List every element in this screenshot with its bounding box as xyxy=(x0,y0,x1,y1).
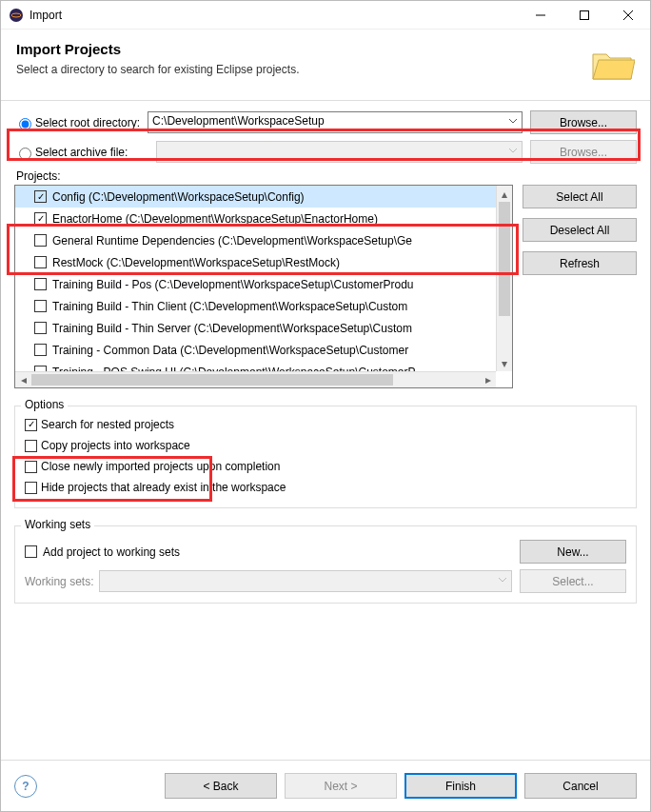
scroll-up-icon[interactable]: ▴ xyxy=(497,186,512,202)
svg-rect-3 xyxy=(581,10,589,19)
project-checkbox[interactable] xyxy=(34,256,47,268)
scroll-right-icon[interactable]: ▸ xyxy=(480,372,496,387)
scroll-thumb[interactable] xyxy=(499,202,510,316)
project-label: Training Build - Thin Client (C:\Develop… xyxy=(52,300,407,313)
root-directory-radio[interactable]: Select root directory: xyxy=(14,115,140,130)
scroll-thumb[interactable] xyxy=(31,374,393,386)
maximize-button[interactable] xyxy=(562,1,606,30)
minimize-button[interactable] xyxy=(519,1,562,30)
project-row[interactable]: RestMock (C:\Development\WorkspaceSetup\… xyxy=(15,251,496,273)
project-label: General Runtime Dependencies (C:\Develop… xyxy=(52,234,412,248)
projects-listbox[interactable]: Config (C:\Development\WorkspaceSetup\Co… xyxy=(14,185,513,388)
project-label: EnactorHome (C:\Development\WorkspaceSet… xyxy=(52,212,378,226)
project-checkbox[interactable] xyxy=(34,190,47,203)
working-sets-field xyxy=(99,570,512,592)
new-working-set-button[interactable]: New... xyxy=(520,540,626,564)
chevron-down-icon[interactable] xyxy=(508,116,518,126)
checkbox-icon[interactable] xyxy=(25,482,37,494)
search-nested-checkbox[interactable]: Search for nested projects xyxy=(25,414,626,435)
project-checkbox[interactable] xyxy=(34,344,47,356)
project-checkbox[interactable] xyxy=(34,322,47,334)
browse-archive-button: Browse... xyxy=(530,140,637,164)
eclipse-icon xyxy=(9,8,24,23)
projects-label: Projects: xyxy=(16,169,637,183)
help-button[interactable]: ? xyxy=(14,775,37,798)
import-folder-icon xyxy=(589,41,635,87)
project-label: RestMock (C:\Development\WorkspaceSetup\… xyxy=(52,256,340,269)
project-checkbox[interactable] xyxy=(34,212,47,225)
close-newly-imported-checkbox[interactable]: Close newly imported projects upon compl… xyxy=(25,456,626,477)
root-directory-value: C:\Development\WorkspaceSetup xyxy=(152,114,325,128)
project-row[interactable]: Training Build - Thin Client (C:\Develop… xyxy=(15,295,496,317)
working-sets-group: Working sets Add project to working sets… xyxy=(14,525,637,604)
project-label: Training - Common Data (C:\Development\W… xyxy=(52,344,408,357)
root-directory-field[interactable]: C:\Development\WorkspaceSetup xyxy=(148,111,523,133)
add-to-working-sets-checkbox[interactable] xyxy=(25,545,37,558)
root-directory-label: Select root directory: xyxy=(35,116,140,129)
page-subtitle: Select a directory to search for existin… xyxy=(16,63,299,76)
add-to-working-sets-label: Add project to working sets xyxy=(43,545,512,559)
project-row[interactable]: General Runtime Dependencies (C:\Develop… xyxy=(15,229,496,251)
project-label: Config (C:\Development\WorkspaceSetup\Co… xyxy=(52,190,305,204)
archive-file-radio-input[interactable] xyxy=(19,148,31,160)
checkbox-icon[interactable] xyxy=(25,419,37,431)
options-legend: Options xyxy=(21,398,68,411)
scroll-down-icon[interactable]: ▾ xyxy=(497,355,512,371)
close-button[interactable] xyxy=(606,1,650,30)
project-checkbox[interactable] xyxy=(34,278,47,290)
checkbox-icon[interactable] xyxy=(25,440,37,452)
project-label: Training Build - Pos (C:\Development\Wor… xyxy=(52,278,414,291)
cancel-button[interactable]: Cancel xyxy=(524,773,637,799)
working-sets-label: Working sets: xyxy=(25,575,93,588)
archive-file-radio[interactable]: Select archive file: xyxy=(14,145,128,160)
checkbox-icon[interactable] xyxy=(25,461,37,473)
project-row[interactable]: Training - POS Swing UI (C:\Development\… xyxy=(15,361,496,371)
project-row[interactable]: EnactorHome (C:\Development\WorkspaceSet… xyxy=(15,208,496,229)
project-label: Training Build - Thin Server (C:\Develop… xyxy=(52,322,412,335)
hide-existing-label: Hide projects that already exist in the … xyxy=(41,481,286,494)
finish-button[interactable]: Finish xyxy=(404,773,517,799)
browse-root-button[interactable]: Browse... xyxy=(530,110,637,134)
project-checkbox[interactable] xyxy=(34,234,47,247)
options-group: Options Search for nested projects Copy … xyxy=(14,406,637,508)
search-nested-label: Search for nested projects xyxy=(41,418,174,431)
project-row[interactable]: Training - Common Data (C:\Development\W… xyxy=(15,339,496,361)
select-all-button[interactable]: Select All xyxy=(523,185,637,208)
archive-file-label: Select archive file: xyxy=(35,146,128,159)
horizontal-scrollbar[interactable]: ◂ ▸ xyxy=(15,371,496,387)
project-row[interactable]: Training Build - Thin Server (C:\Develop… xyxy=(15,317,496,339)
working-sets-legend: Working sets xyxy=(21,518,94,531)
project-row[interactable]: Config (C:\Development\WorkspaceSetup\Co… xyxy=(15,186,496,208)
refresh-button[interactable]: Refresh xyxy=(523,251,637,275)
wizard-header: Import Projects Select a directory to se… xyxy=(1,30,650,101)
archive-file-field xyxy=(156,141,523,163)
close-newly-imported-label: Close newly imported projects upon compl… xyxy=(41,460,280,473)
project-checkbox[interactable] xyxy=(34,300,47,312)
root-directory-radio-input[interactable] xyxy=(19,118,31,130)
vertical-scrollbar[interactable]: ▴ ▾ xyxy=(496,186,512,371)
next-button: Next > xyxy=(285,773,397,799)
wizard-footer: ? < Back Next > Finish Cancel xyxy=(1,760,650,811)
window-title: Import xyxy=(30,9,519,22)
copy-into-workspace-checkbox[interactable]: Copy projects into workspace xyxy=(25,435,626,456)
back-button[interactable]: < Back xyxy=(165,773,277,799)
project-row[interactable]: Training Build - Pos (C:\Development\Wor… xyxy=(15,273,496,295)
deselect-all-button[interactable]: Deselect All xyxy=(523,218,637,242)
scroll-left-icon[interactable]: ◂ xyxy=(15,372,31,387)
hide-existing-checkbox[interactable]: Hide projects that already exist in the … xyxy=(25,477,626,498)
copy-into-workspace-label: Copy projects into workspace xyxy=(41,439,190,452)
select-working-set-button: Select... xyxy=(520,569,626,593)
chevron-down-icon xyxy=(498,575,507,584)
page-title: Import Projects xyxy=(16,41,299,57)
titlebar: Import xyxy=(1,1,650,30)
chevron-down-icon xyxy=(508,146,518,155)
